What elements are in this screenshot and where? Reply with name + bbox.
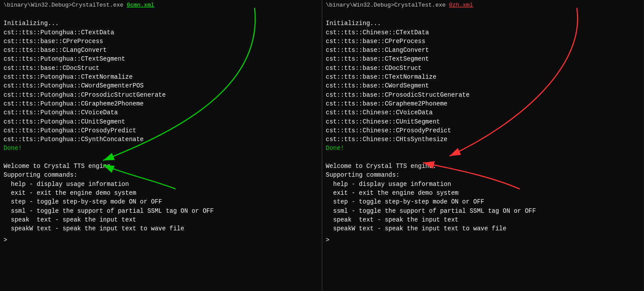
- right-terminal: \binary\Win32.Debug>CrystalTest.exe 0zh.…: [322, 0, 644, 291]
- right-speak: speak text - speak the input text: [326, 216, 458, 223]
- left-supporting: Supporting commands:: [4, 171, 77, 178]
- right-done: Done!: [326, 145, 344, 152]
- left-ssml: ssml - toggle the support of partial SSM…: [4, 207, 214, 215]
- right-supporting: Supporting commands:: [326, 171, 399, 178]
- left-line-6: cst::tts::base::CDocStruct: [4, 65, 99, 72]
- left-line-9: cst::tts::Putonghua::CProsodicStructGene…: [4, 91, 166, 98]
- left-filename: 0cmn.xml: [127, 2, 154, 8]
- left-line-1: Initializing...: [4, 20, 59, 27]
- right-filename: 0zh.xml: [449, 2, 473, 8]
- left-line-4: cst::tts::base::CLangConvert: [4, 47, 107, 54]
- right-exit: exit - exit the engine demo system: [326, 189, 458, 196]
- right-prompt: >: [326, 236, 640, 244]
- right-line-4: cst::tts::base::CLangConvert: [326, 47, 429, 54]
- left-line-5: cst::tts::Putonghua::CTextSegment: [4, 55, 125, 62]
- right-step: step - toggle step-by-step mode ON or OF…: [326, 198, 484, 205]
- left-speak: speak text - speak the input text: [4, 216, 136, 223]
- right-line-2: cst::tts::Chinese::CTextData: [326, 29, 429, 36]
- left-line-12: cst::tts::Putonghua::CUnitSegment: [4, 118, 125, 125]
- right-line-11: cst::tts::Chinese::CVoiceData: [326, 109, 433, 116]
- left-line-7: cst::tts::Putonghua::CTextNormalize: [4, 73, 133, 80]
- left-terminal: \binary\Win32.Debug>CrystalTest.exe 0cmn…: [0, 0, 322, 291]
- right-content: Initializing... cst::tts::Chinese::CText…: [326, 10, 640, 233]
- left-welcome: Welcome to Crystal TTS engine.: [4, 163, 114, 170]
- left-line-13: cst::tts::Putonghua::CProsodyPredict: [4, 127, 136, 134]
- right-line-8: cst::tts::base::CWordSegment: [326, 82, 429, 89]
- right-line-5: cst::tts::base::CTextSegment: [326, 55, 429, 62]
- left-help: help - display usage information: [4, 181, 129, 188]
- right-line-3: cst::tts::base::CPreProcess: [326, 38, 425, 45]
- left-line-3: cst::tts::base::CPreProcess: [4, 38, 103, 45]
- right-welcome: Welcome to Crystal TTS engine.: [326, 163, 436, 170]
- left-step: step - toggle step-by-step mode ON or OF…: [4, 198, 162, 205]
- left-content: Initializing... cst::tts::Putonghua::CTe…: [4, 10, 318, 233]
- right-line-12: cst::tts::Chinese::CUnitSegment: [326, 118, 440, 125]
- left-speakw: speakW text - speak the input text to wa…: [4, 225, 184, 232]
- left-exit: exit - exit the engine demo system: [4, 189, 136, 196]
- right-line-6: cst::tts::base::CDocStruct: [326, 65, 421, 72]
- right-ssml: ssml - toggle the support of partial SSM…: [326, 207, 536, 215]
- right-line-14: cst::tts::Chinese::CHtsSynthesize: [326, 136, 447, 143]
- right-line-13: cst::tts::Chinese::CProsodyPredict: [326, 127, 451, 134]
- left-prompt: >: [4, 236, 318, 244]
- right-path: \binary\Win32.Debug>CrystalTest.exe: [326, 2, 449, 8]
- right-help: help - display usage information: [326, 181, 451, 188]
- right-speakw: speakW text - speak the input text to wa…: [326, 225, 507, 232]
- left-line-10: cst::tts::Putonghua::CGrapheme2Phoneme: [4, 100, 144, 107]
- left-done: Done!: [4, 145, 22, 152]
- right-line-9: cst::tts::base::CProsodicStructGenerate: [326, 91, 470, 98]
- left-line-8: cst::tts::Putonghua::CWordSegmenterPOS: [4, 82, 144, 89]
- left-line-14: cst::tts::Putonghua::CSynthConcatenate: [4, 136, 144, 143]
- right-line-1: Initializing...: [326, 20, 381, 27]
- right-line-10: cst::tts::base::CGrapheme2Phoneme: [326, 100, 447, 107]
- left-line-2: cst::tts::Putonghua::CTextData: [4, 29, 114, 36]
- left-title-bar: \binary\Win32.Debug>CrystalTest.exe 0cmn…: [4, 2, 318, 8]
- left-or-1: or: [140, 198, 148, 205]
- right-line-7: cst::tts::base::CTextNormalize: [326, 73, 436, 80]
- left-path: \binary\Win32.Debug>CrystalTest.exe: [4, 2, 127, 8]
- left-line-11: cst::tts::Putonghua::CVoiceData: [4, 109, 118, 116]
- right-title-bar: \binary\Win32.Debug>CrystalTest.exe 0zh.…: [326, 2, 640, 8]
